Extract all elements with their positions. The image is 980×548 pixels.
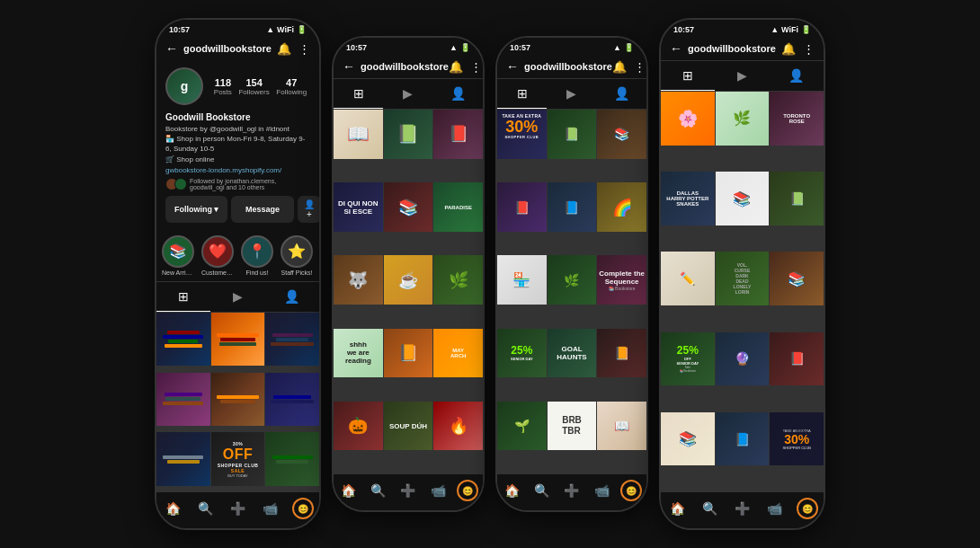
stat-followers[interactable]: 154 Followers	[238, 77, 269, 96]
grid-cell-3-6[interactable]: 🌈	[597, 182, 646, 232]
grid-cell-6[interactable]	[265, 373, 319, 427]
grid-cell-4-3[interactable]: TORONTOROSE	[770, 92, 824, 146]
highlight-find-us[interactable]: 📍 Find us!	[241, 235, 273, 276]
grid-tab-reels-3[interactable]: ▶	[547, 79, 596, 109]
grid-cell-3-10[interactable]: 25% SENIOR DAY	[497, 329, 547, 378]
grid-cell-3-1[interactable]: TAKE AN EXTRA 30% SHOPPER CLUB	[497, 110, 547, 159]
grid-cell-2-10[interactable]: shhhwe arereading	[334, 329, 383, 378]
grid-tab-tagged-3[interactable]: 👤	[597, 79, 646, 109]
grid-cell-4-11[interactable]: 🔮	[716, 332, 770, 386]
grid-cell-4-9[interactable]: 📚	[770, 252, 824, 305]
grid-cell-4-1[interactable]: 🌸	[661, 92, 715, 146]
grid-cell-2-6[interactable]: PARADISE	[433, 182, 483, 232]
more-icon-3[interactable]: ⋮	[634, 60, 646, 74]
profile-link[interactable]: gwbookstore-london.myshopify.com/	[165, 166, 310, 174]
grid-cell-3-14[interactable]: BRBTBR	[548, 402, 597, 451]
add-icon-1[interactable]: ➕	[227, 498, 248, 519]
grid-cell-3-3[interactable]: 📚	[597, 110, 646, 159]
back-button-3[interactable]: ←	[506, 59, 519, 74]
grid-cell-1[interactable]	[156, 313, 210, 367]
grid-cell-2-5[interactable]: 📚	[384, 182, 433, 232]
grid-cell-4-2[interactable]: 🌿	[716, 92, 770, 146]
grid-cell-3[interactable]	[265, 313, 319, 367]
grid-cell-3-12[interactable]: 📙	[597, 329, 646, 378]
bell-icon-1[interactable]: 🔔	[277, 42, 291, 56]
video-icon-1[interactable]: 📹	[260, 498, 281, 519]
grid-cell-4-7[interactable]: ✏️	[661, 252, 715, 305]
grid-cell-9[interactable]	[265, 432, 319, 486]
grid-cell-3-9[interactable]: Complete the Sequence 📚 Bookstore	[597, 255, 646, 305]
grid-cell-4[interactable]	[156, 373, 210, 427]
grid-cell-4-13[interactable]: 📚	[661, 412, 715, 466]
video-icon-3[interactable]: 📹	[591, 480, 612, 501]
video-icon-4[interactable]: 📹	[764, 498, 786, 519]
grid-tab-tagged-4[interactable]: 👤	[770, 61, 824, 91]
grid-cell-3-8[interactable]: 🌿	[548, 255, 597, 305]
grid-cell-2-14[interactable]: SOUP DÚH	[384, 402, 433, 451]
home-icon-3[interactable]: 🏠	[502, 480, 523, 501]
grid-tab-posts-4[interactable]: ⊞	[661, 61, 715, 91]
bell-icon-3[interactable]: 🔔	[612, 60, 627, 74]
profile-icon-1[interactable]: 😊	[292, 498, 314, 519]
grid-cell-4-10[interactable]: 25% OFF SENIOR DAY Sale 📚 Bookstore	[661, 332, 715, 386]
grid-cell-2[interactable]	[211, 313, 265, 367]
grid-cell-4-12[interactable]: 📕	[770, 332, 824, 386]
grid-cell-3-15[interactable]: 📖	[597, 402, 646, 451]
following-button[interactable]: Following ▾	[165, 196, 227, 223]
back-button-1[interactable]: ←	[165, 41, 178, 56]
grid-cell-3-2[interactable]: 📗	[548, 110, 597, 159]
grid-tab-posts[interactable]: ⊞	[156, 282, 210, 312]
grid-cell-2-15[interactable]: 🔥	[433, 402, 483, 451]
grid-cell-4-6[interactable]: 📗	[770, 172, 824, 225]
bell-icon-4[interactable]: 🔔	[781, 42, 796, 56]
grid-cell-7[interactable]	[156, 432, 210, 486]
add-person-button[interactable]: 👤+	[298, 196, 321, 223]
add-icon-3[interactable]: ➕	[561, 480, 583, 501]
search-icon-4[interactable]: 🔍	[699, 498, 720, 519]
grid-cell-3-7[interactable]: 🏪	[497, 255, 547, 305]
profile-icon-3[interactable]: 😊	[620, 480, 642, 501]
grid-cell-2-1[interactable]: 📖	[334, 110, 383, 159]
grid-cell-2-7[interactable]: 🐺	[334, 255, 383, 305]
more-icon-1[interactable]: ⋮	[298, 42, 310, 56]
search-icon-3[interactable]: 🔍	[531, 480, 553, 501]
grid-cell-2-8[interactable]: ☕	[384, 255, 433, 305]
grid-cell-3-5[interactable]: 📘	[548, 182, 597, 232]
stat-following[interactable]: 47 Following	[276, 77, 307, 96]
grid-tab-tagged[interactable]: 👤	[265, 282, 319, 312]
add-icon-4[interactable]: ➕	[731, 498, 753, 519]
grid-tab-tagged-2[interactable]: 👤	[433, 79, 483, 109]
grid-cell-3-13[interactable]: 🌱	[497, 402, 547, 451]
back-button-4[interactable]: ←	[670, 41, 682, 56]
profile-icon-2[interactable]: 😊	[457, 480, 478, 501]
search-icon-1[interactable]: 🔍	[194, 498, 216, 519]
grid-cell-2-13[interactable]: 🎃	[334, 402, 383, 451]
home-icon-4[interactable]: 🏠	[666, 498, 688, 519]
grid-tab-reels-4[interactable]: ▶	[715, 61, 769, 91]
grid-cell-4-5[interactable]: 📚	[716, 172, 770, 225]
avatar[interactable]: g	[165, 67, 203, 105]
grid-tab-posts-3[interactable]: ⊞	[497, 79, 547, 109]
grid-cell-4-8[interactable]: VOL.CURSEDARKDEADLONELYLORIN	[716, 252, 770, 305]
more-icon-2[interactable]: ⋮	[470, 60, 482, 74]
profile-icon-4[interactable]: 😊	[797, 498, 818, 519]
grid-tab-posts-2[interactable]: ⊞	[334, 79, 383, 109]
grid-cell-4-4[interactable]: DALLASHARRY POTTERSNAKES	[661, 172, 715, 225]
message-button[interactable]: Message	[231, 196, 294, 223]
grid-cell-4-14[interactable]: 📘	[716, 412, 770, 466]
grid-cell-2-3[interactable]: 📕	[433, 110, 483, 159]
back-button-2[interactable]: ←	[343, 59, 355, 74]
stat-posts[interactable]: 118 Posts	[214, 77, 232, 96]
home-icon-1[interactable]: 🏠	[162, 498, 183, 519]
highlight-customer-love[interactable]: ❤️ Customer love!	[201, 235, 234, 276]
search-icon-2[interactable]: 🔍	[368, 480, 389, 501]
grid-cell-3-11[interactable]: GOAL HAUNTS	[548, 329, 597, 378]
highlight-staff-picks[interactable]: ⭐ Staff Picks!	[281, 235, 313, 276]
home-icon-2[interactable]: 🏠	[338, 480, 360, 501]
grid-cell-3-4[interactable]: 📕	[497, 182, 547, 232]
bell-icon-2[interactable]: 🔔	[449, 60, 463, 74]
video-icon-2[interactable]: 📹	[427, 480, 449, 501]
grid-cell-8[interactable]: 30% OFF SHOPPER CLUB SALE BUY TODAY	[211, 432, 265, 486]
grid-cell-2-12[interactable]: MAYARCH	[433, 329, 483, 378]
more-icon-4[interactable]: ⋮	[803, 42, 815, 56]
